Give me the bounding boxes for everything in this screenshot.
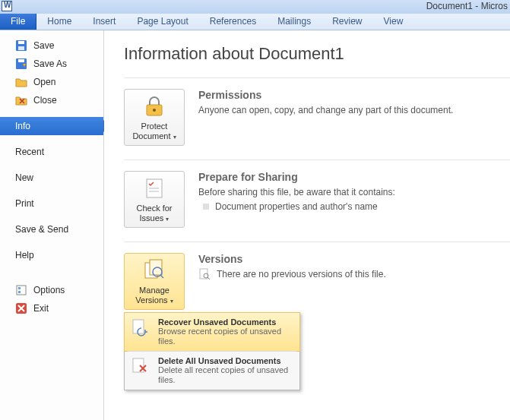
sidebar-item-open[interactable]: Open <box>0 73 103 91</box>
protect-document-button[interactable]: Protect Document ▾ <box>124 89 185 146</box>
divider <box>124 159 510 160</box>
sidebar-label: Save As <box>33 58 67 69</box>
menu-desc: Delete all recent copies of unsaved file… <box>158 365 293 385</box>
tab-home[interactable]: Home <box>36 14 82 30</box>
chevron-down-icon: ▾ <box>166 216 169 223</box>
section-title: Versions <box>198 253 386 265</box>
svg-rect-2 <box>18 46 24 50</box>
section-text: Before sharing this file, be aware that … <box>198 186 395 198</box>
lock-icon <box>142 94 166 118</box>
svg-rect-6 <box>18 287 21 289</box>
menu-title: Delete All Unsaved Documents <box>158 356 293 365</box>
section-permissions: Protect Document ▾ Permissions Anyone ca… <box>124 89 510 146</box>
close-icon <box>15 94 27 106</box>
sidebar-label: Print <box>15 198 34 209</box>
sidebar-label: Close <box>33 95 57 106</box>
save-icon <box>15 39 27 52</box>
sidebar-item-close[interactable]: Close <box>0 91 103 109</box>
exit-icon <box>15 302 27 314</box>
sidebar-label: Open <box>33 77 55 87</box>
menu-item-recover[interactable]: Recover Unsaved Documents Browse recent … <box>124 312 300 352</box>
svg-rect-4 <box>18 59 24 62</box>
svg-rect-5 <box>17 286 26 295</box>
open-icon <box>15 76 27 88</box>
sidebar-item-new[interactable]: New <box>0 169 103 187</box>
menu-title: Recover Unsaved Documents <box>158 317 293 327</box>
sidebar-label: Help <box>15 250 34 261</box>
sidebar-item-save-send[interactable]: Save & Send <box>0 220 103 238</box>
bigbtn-label: Manage Versions <box>135 286 169 305</box>
svg-rect-21 <box>133 320 144 333</box>
sidebar-item-options[interactable]: Options <box>0 281 103 299</box>
sidebar-label: Info <box>15 121 30 131</box>
svg-rect-1 <box>18 41 24 44</box>
bullet-text: Document properties and author's name <box>215 201 378 212</box>
options-icon <box>15 284 27 296</box>
sidebar-item-recent[interactable]: Recent <box>0 143 103 161</box>
save-as-icon <box>15 58 27 70</box>
tab-page-layout[interactable]: Page Layout <box>126 14 198 30</box>
app-icon <box>2 1 12 11</box>
check-issues-button[interactable]: Check for Issues ▾ <box>124 171 185 228</box>
tab-insert[interactable]: Insert <box>82 14 126 30</box>
sidebar-item-save-as[interactable]: Save As <box>0 55 103 73</box>
divider <box>124 242 510 242</box>
sidebar-item-save[interactable]: Save <box>0 36 103 55</box>
sidebar-label: Recent <box>15 147 44 157</box>
tab-review[interactable]: Review <box>322 14 372 30</box>
sidebar-label: Options <box>33 285 65 295</box>
menu-item-delete[interactable]: Delete All Unsaved Documents Delete all … <box>125 352 299 390</box>
tab-references[interactable]: References <box>199 14 267 30</box>
tab-mailings[interactable]: Mailings <box>267 14 322 30</box>
sidebar-label: Save <box>33 40 54 51</box>
section-title: Permissions <box>198 89 453 101</box>
backstage-sidebar: Save Save As Open Close Info Recent New … <box>0 30 104 420</box>
sidebar-item-exit[interactable]: Exit <box>0 299 103 317</box>
tab-file[interactable]: File <box>0 14 36 30</box>
sidebar-label: New <box>15 172 33 183</box>
sidebar-item-info[interactable]: Info <box>0 117 103 135</box>
section-prepare: Check for Issues ▾ Prepare for Sharing B… <box>124 171 510 228</box>
sidebar-item-print[interactable]: Print <box>0 194 103 213</box>
section-versions: Manage Versions ▾ Versions There are no … <box>124 253 510 310</box>
manage-versions-button[interactable]: Manage Versions ▾ <box>124 253 185 310</box>
menu-desc: Browse recent copies of unsaved files. <box>158 327 293 346</box>
chevron-down-icon: ▾ <box>173 134 176 141</box>
ribbon-tabs: File Home Insert Page Layout References … <box>0 14 510 30</box>
delete-icon <box>131 356 150 376</box>
recover-icon <box>131 317 150 337</box>
svg-rect-7 <box>18 291 21 293</box>
bigbtn-label: Protect Document <box>132 122 170 141</box>
sidebar-label: Exit <box>33 303 49 314</box>
title-text: Document1 - Micros <box>426 1 508 11</box>
checklist-icon <box>142 176 166 201</box>
bullet-item: Document properties and author's name <box>203 201 395 212</box>
sidebar-item-help[interactable]: Help <box>0 246 103 264</box>
versions-icon <box>142 258 166 283</box>
tab-view[interactable]: View <box>373 14 414 30</box>
section-text: There are no previous versions of this f… <box>217 269 386 279</box>
backstage-main: Information about Document1 Protect Docu… <box>104 30 510 420</box>
section-title: Prepare for Sharing <box>198 171 395 183</box>
page-title: Information about Document1 <box>124 44 510 64</box>
svg-line-17 <box>160 275 163 278</box>
doc-search-icon <box>198 268 211 280</box>
chevron-down-icon: ▾ <box>170 298 173 305</box>
svg-point-10 <box>153 109 156 112</box>
bullet-icon <box>203 204 209 210</box>
sidebar-label: Save & Send <box>15 224 68 235</box>
divider <box>124 77 510 78</box>
section-text: Anyone can open, copy, and change any pa… <box>198 104 453 116</box>
manage-versions-menu: Recover Unsaved Documents Browse recent … <box>124 312 300 390</box>
title-bar: Document1 - Micros <box>0 0 510 14</box>
